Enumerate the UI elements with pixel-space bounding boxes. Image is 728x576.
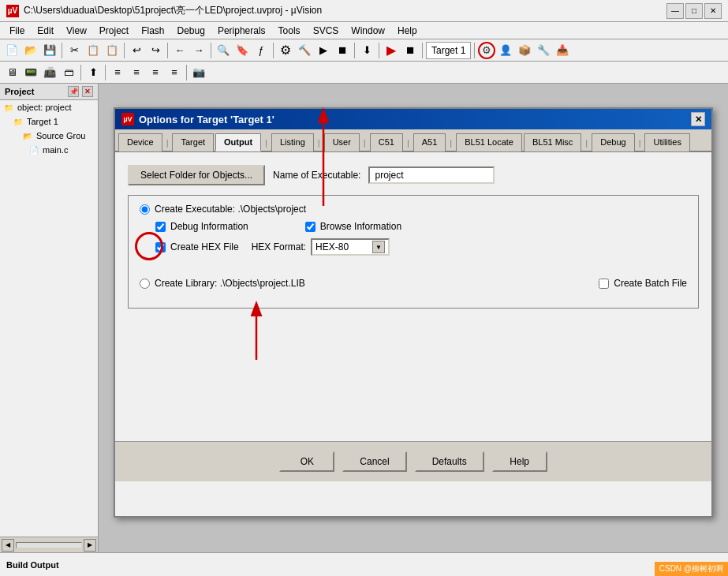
close-btn[interactable]: ✕ (704, 3, 722, 19)
undo-btn[interactable]: ↩ (128, 42, 145, 59)
env-setup-btn[interactable]: 🔧 (535, 42, 552, 59)
target-label: Target 1 (27, 117, 58, 126)
menu-edit[interactable]: Edit (31, 24, 60, 38)
main-file-label: main.c (43, 145, 68, 155)
debug-info-checkbox[interactable] (155, 222, 166, 232)
tb2-align4-btn[interactable]: ≡ (166, 64, 183, 81)
target-selector[interactable]: Target 1 (426, 42, 471, 59)
menu-svcs[interactable]: SVCS (307, 24, 345, 38)
redo-btn[interactable]: ↪ (147, 42, 164, 59)
create-hex-checkbox[interactable] (155, 242, 166, 252)
func-btn[interactable]: ƒ (252, 42, 270, 59)
tb2-align1-btn[interactable]: ≡ (109, 64, 126, 81)
tab-device[interactable]: Device (118, 133, 162, 151)
bookmark-btn[interactable]: 🔖 (233, 42, 251, 59)
create-batch-checkbox[interactable] (599, 279, 609, 289)
main-layout: Project 📌 ✕ 📁 object: project 📁 Target 1… (0, 84, 728, 552)
dialog-close-btn[interactable]: ✕ (691, 112, 705, 126)
tb2-btn4[interactable]: 🗃 (60, 64, 77, 81)
tb2-camera-btn[interactable]: 📷 (190, 64, 207, 81)
create-exe-radio[interactable] (140, 204, 150, 215)
cancel-btn[interactable]: Cancel (342, 451, 406, 472)
hex-format-dropdown[interactable]: HEX-80 ▼ (311, 238, 390, 256)
tb2-btn1[interactable]: 🖥 (3, 64, 21, 81)
menu-project[interactable]: Project (93, 24, 135, 38)
minimize-btn[interactable]: — (666, 3, 684, 19)
menu-tools[interactable]: Tools (272, 24, 307, 38)
tab-user[interactable]: User (324, 133, 360, 151)
hex-format-label: HEX Format: (252, 241, 306, 252)
back-btn[interactable]: ← (171, 42, 189, 59)
watermark: CSDN @柳树初啊 (655, 562, 728, 576)
pack-installer-btn[interactable]: 📦 (516, 42, 533, 59)
tab-utilities[interactable]: Utilities (644, 133, 689, 151)
ok-btn[interactable]: OK (279, 451, 334, 472)
tab-a51[interactable]: A51 (413, 133, 446, 151)
build-output-label: Build Output (6, 560, 59, 570)
menu-flash[interactable]: Flash (135, 24, 170, 38)
paste-btn[interactable]: 📋 (103, 42, 121, 59)
tab-debug[interactable]: Debug (592, 133, 634, 151)
maximize-btn[interactable]: □ (685, 3, 703, 19)
translate-btn[interactable]: ▶ (315, 42, 332, 59)
tb2-btn3[interactable]: 📠 (41, 64, 58, 81)
dialog-title-bar: µV Options for Target 'Target 1' ✕ (115, 109, 711, 129)
window-controls: — □ ✕ (666, 3, 722, 19)
tab-output[interactable]: Output (215, 133, 261, 151)
options-target-btn[interactable]: ⚙ (478, 42, 495, 59)
tab-target[interactable]: Target (172, 133, 214, 151)
panel-close-btn[interactable]: ✕ (82, 86, 93, 97)
menu-peripherals[interactable]: Peripherals (211, 24, 272, 38)
sep3 (167, 43, 168, 58)
manage-btn[interactable]: 👤 (497, 42, 514, 59)
menu-view[interactable]: View (60, 24, 93, 38)
open-btn[interactable]: 📂 (22, 42, 39, 59)
target-label: Target 1 (431, 45, 465, 56)
copy-btn[interactable]: 📋 (84, 42, 102, 59)
tb2-load-btn[interactable]: ⬆ (84, 64, 102, 81)
tb2-align3-btn[interactable]: ≡ (147, 64, 164, 81)
download-btn[interactable]: ⬇ (358, 42, 375, 59)
load-btn[interactable]: 📥 (554, 42, 571, 59)
scroll-right-btn[interactable]: ▶ (84, 539, 96, 552)
tab-listing[interactable]: Listing (271, 133, 314, 151)
panel-scrollbar[interactable]: ◀ ▶ (0, 537, 98, 552)
target-item[interactable]: 📁 Target 1 (0, 114, 98, 129)
select-folder-btn[interactable]: Select Folder for Objects... (128, 165, 265, 185)
search-btn[interactable]: 🔍 (215, 42, 232, 59)
forward-btn[interactable]: → (190, 42, 207, 59)
menu-window[interactable]: Window (345, 24, 391, 38)
project-root-item[interactable]: 📁 object: project (0, 100, 98, 114)
executable-input[interactable] (368, 166, 495, 184)
tab-bl51-locate[interactable]: BL51 Locate (456, 133, 522, 151)
scroll-left-btn[interactable]: ◀ (2, 539, 14, 552)
create-lib-radio[interactable] (140, 279, 150, 289)
stop-debug-btn[interactable]: ⏹ (401, 42, 419, 59)
browse-info-checkbox[interactable] (305, 222, 315, 232)
main-file-item[interactable]: 📄 main.c (0, 143, 98, 157)
source-group-item[interactable]: 📂 Source Grou (0, 129, 98, 143)
tab-bl51-misc[interactable]: BL51 Misc (524, 133, 581, 151)
defaults-btn[interactable]: Defaults (415, 451, 484, 472)
pin-btn[interactable]: 📌 (68, 86, 79, 97)
dialog-body: Select Folder for Objects... Name of Exe… (115, 152, 711, 441)
help-btn[interactable]: Help (492, 451, 547, 472)
build-all-btn[interactable]: 🔨 (296, 42, 313, 59)
file-icon: 📄 (28, 144, 39, 155)
tab-c51[interactable]: C51 (370, 133, 403, 151)
options-dialog: µV Options for Target 'Target 1' ✕ Devic… (114, 107, 713, 518)
menu-debug[interactable]: Debug (171, 24, 211, 38)
menu-help[interactable]: Help (391, 24, 424, 38)
save-btn[interactable]: 💾 (41, 42, 58, 59)
start-debug-btn[interactable]: ▶ (383, 42, 400, 59)
sep2 (124, 43, 125, 58)
stop-btn[interactable]: ⏹ (334, 42, 351, 59)
cut-btn[interactable]: ✂ (65, 42, 83, 59)
sep-t2-2 (105, 65, 106, 80)
build-btn[interactable]: ⚙ (277, 42, 294, 59)
tb2-btn2[interactable]: 📟 (22, 64, 39, 81)
tb2-align2-btn[interactable]: ≡ (128, 64, 145, 81)
menu-file[interactable]: File (3, 24, 31, 38)
new-btn[interactable]: 📄 (3, 42, 21, 59)
toolbar-1: 📄 📂 💾 ✂ 📋 📋 ↩ ↪ ← → 🔍 🔖 ƒ ⚙ 🔨 ▶ ⏹ ⬇ ▶ ⏹ … (0, 39, 728, 62)
